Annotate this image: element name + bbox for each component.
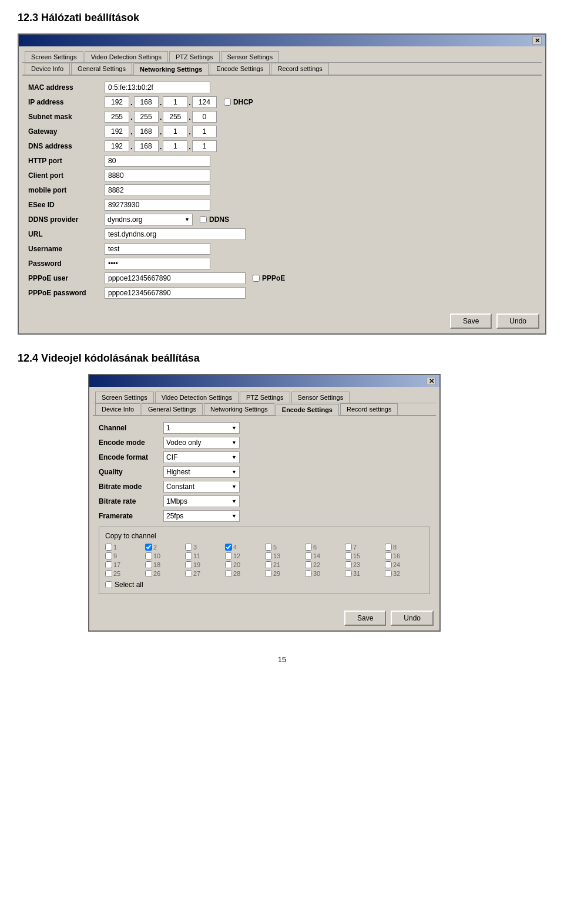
tab2-device-info[interactable]: Device Info	[95, 403, 140, 415]
username-input[interactable]	[105, 243, 210, 255]
undo-button2[interactable]: Undo	[391, 611, 434, 626]
channel-checkbox-6[interactable]	[305, 544, 312, 551]
channel-label-23: 23	[353, 561, 360, 568]
undo-button[interactable]: Undo	[496, 313, 539, 329]
mobile-port-input[interactable]	[105, 184, 210, 196]
mac-input[interactable]	[105, 82, 210, 93]
ip-octet4[interactable]	[192, 96, 217, 108]
pppoe-password-input[interactable]	[105, 287, 246, 299]
url-input[interactable]	[105, 228, 246, 240]
gateway-octet1[interactable]	[105, 126, 129, 137]
channel-checkbox-20[interactable]	[225, 561, 232, 568]
tab-screen-settings[interactable]: Screen Settings	[25, 51, 83, 62]
subnet-octet1[interactable]	[105, 111, 129, 123]
quality-dropdown[interactable]: Highest ▼	[163, 466, 240, 478]
channel-checkbox-31[interactable]	[345, 570, 352, 577]
framerate-dropdown[interactable]: 25fps ▼	[163, 510, 240, 522]
channel-checkbox-15[interactable]	[345, 552, 352, 559]
tab2-networking-settings[interactable]: Networking Settings	[204, 403, 274, 415]
tab2-ptz-settings[interactable]: PTZ Settings	[240, 392, 290, 403]
ip-octet1[interactable]	[105, 96, 129, 108]
channel-checkbox-10[interactable]	[145, 552, 152, 559]
channel-checkbox-5[interactable]	[265, 544, 272, 551]
encode-mode-dropdown[interactable]: Vodeo only ▼	[163, 437, 240, 448]
channel-checkbox-28[interactable]	[225, 570, 232, 577]
channel-checkbox-2[interactable]	[145, 544, 152, 551]
tab2-sensor-settings[interactable]: Sensor Settings	[291, 392, 350, 403]
password-input[interactable]	[105, 258, 210, 269]
channel-checkbox-30[interactable]	[305, 570, 312, 577]
tab2-record-settings[interactable]: Record settings	[340, 403, 398, 415]
channel-checkbox-16[interactable]	[385, 552, 392, 559]
tab-device-info[interactable]: Device Info	[25, 63, 70, 75]
channel-checkbox-4[interactable]	[225, 544, 232, 551]
channel-checkbox-9[interactable]	[105, 552, 112, 559]
channel-checkbox-24[interactable]	[385, 561, 392, 568]
dhcp-label[interactable]: DHCP	[224, 98, 253, 106]
dns-octet3[interactable]	[163, 140, 187, 152]
subnet-octet2[interactable]	[134, 111, 159, 123]
tab-encode-settings[interactable]: Encode Settings	[210, 63, 270, 75]
save-button[interactable]: Save	[450, 313, 492, 329]
channel-checkbox-17[interactable]	[105, 561, 112, 568]
tab-video-detection[interactable]: Video Detection Settings	[85, 51, 168, 62]
pppoe-checkbox[interactable]	[253, 275, 260, 282]
ip-octet2[interactable]	[134, 96, 159, 108]
channel-checkbox-21[interactable]	[265, 561, 272, 568]
channel-checkbox-18[interactable]	[145, 561, 152, 568]
client-port-input[interactable]	[105, 170, 210, 181]
channel-checkbox-12[interactable]	[225, 552, 232, 559]
dns-octet2[interactable]	[134, 140, 159, 152]
channel-checkbox-7[interactable]	[345, 544, 352, 551]
channel-checkbox-23[interactable]	[345, 561, 352, 568]
esee-id-input[interactable]	[105, 199, 210, 211]
bitrate-mode-dropdown[interactable]: Constant ▼	[163, 481, 240, 493]
tab2-screen-settings[interactable]: Screen Settings	[95, 392, 154, 403]
gateway-octet4[interactable]	[192, 126, 217, 137]
tab-record-settings[interactable]: Record settings	[271, 63, 328, 75]
ddns-provider-dropdown[interactable]: dyndns.org ▼	[105, 214, 193, 225]
pppoe-user-input[interactable]	[105, 272, 246, 284]
channel-checkbox-22[interactable]	[305, 561, 312, 568]
channel-checkbox-26[interactable]	[145, 570, 152, 577]
pppoe-checkbox-label[interactable]: PPPoE	[253, 274, 285, 282]
subnet-octet4[interactable]	[192, 111, 217, 123]
close-button[interactable]: ✕	[532, 36, 542, 45]
channel-checkbox-32[interactable]	[385, 570, 392, 577]
channel-checkbox-8[interactable]	[385, 544, 392, 551]
dns-octet1[interactable]	[105, 140, 129, 152]
tab-networking-settings[interactable]: Networking Settings	[133, 63, 209, 75]
close-button2[interactable]: ✕	[427, 377, 436, 385]
dns-octet4[interactable]	[192, 140, 217, 152]
ddns-checkbox[interactable]	[200, 216, 207, 223]
gateway-octet2[interactable]	[134, 126, 159, 137]
tab2-video-detection[interactable]: Video Detection Settings	[155, 392, 239, 403]
dns-row: DNS address . . .	[28, 140, 536, 152]
channel-checkbox-25[interactable]	[105, 570, 112, 577]
channel-checkbox-1[interactable]	[105, 544, 112, 551]
gateway-octet3[interactable]	[163, 126, 187, 137]
channel-checkbox-27[interactable]	[185, 570, 192, 577]
tab2-general-settings[interactable]: General Settings	[142, 403, 203, 415]
channel-checkbox-29[interactable]	[265, 570, 272, 577]
ddns-checkbox-label[interactable]: DDNS	[200, 215, 229, 224]
encode-format-dropdown[interactable]: CIF ▼	[163, 451, 240, 463]
bitrate-rate-dropdown[interactable]: 1Mbps ▼	[163, 495, 240, 507]
http-port-input[interactable]	[105, 155, 210, 167]
channel-dropdown[interactable]: 1 ▼	[163, 422, 240, 434]
subnet-octet3[interactable]	[163, 111, 187, 123]
tab-ptz-settings[interactable]: PTZ Settings	[169, 51, 220, 62]
dhcp-checkbox[interactable]	[224, 99, 231, 106]
channel-checkbox-11[interactable]	[185, 552, 192, 559]
channel-item-8: 8	[385, 544, 424, 551]
select-all-checkbox[interactable]	[105, 581, 112, 588]
channel-checkbox-13[interactable]	[265, 552, 272, 559]
tab-general-settings[interactable]: General Settings	[71, 63, 132, 75]
tab-sensor-settings[interactable]: Sensor Settings	[221, 51, 280, 62]
channel-checkbox-19[interactable]	[185, 561, 192, 568]
channel-checkbox-3[interactable]	[185, 544, 192, 551]
channel-checkbox-14[interactable]	[305, 552, 312, 559]
tab2-encode-settings[interactable]: Encode Settings	[276, 404, 339, 416]
ip-octet3[interactable]	[163, 96, 187, 108]
save-button2[interactable]: Save	[344, 611, 386, 626]
